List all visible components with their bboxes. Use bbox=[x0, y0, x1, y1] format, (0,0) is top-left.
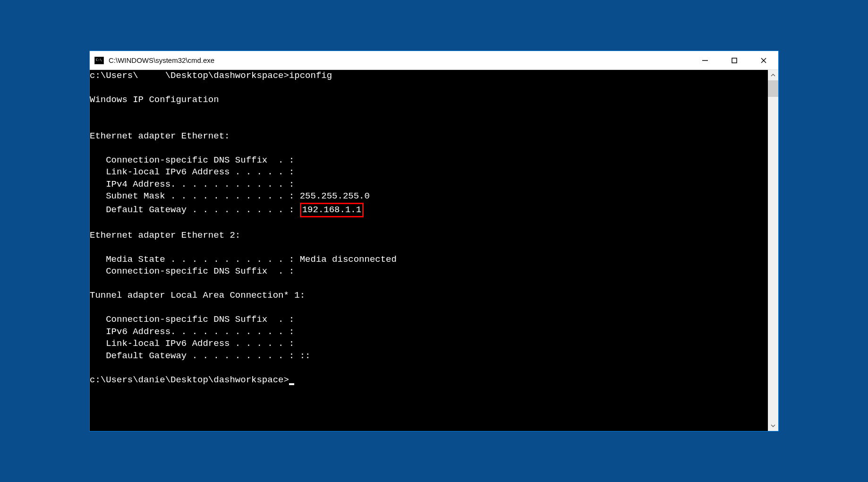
adapter2-media-state: Media State . . . . . . . . . . . : Medi… bbox=[90, 254, 397, 265]
minimize-icon bbox=[702, 57, 708, 64]
prompt-path-2: c:\Users\danie\Desktop\dashworkspace> bbox=[90, 375, 289, 385]
svg-rect-1 bbox=[732, 58, 737, 63]
terminal-output[interactable]: c:\Users\ \Desktop\dashworkspace>ipconfi… bbox=[90, 70, 768, 431]
scroll-up-button[interactable] bbox=[768, 70, 778, 80]
titlebar[interactable]: C:\ C:\WINDOWS\system32\cmd.exe bbox=[90, 51, 778, 70]
adapter1-ipv4: IPv4 Address. . . . . . . . . . . : bbox=[90, 179, 294, 189]
adapter3-ipv6-link: Link-local IPv6 Address . . . . . : bbox=[90, 338, 294, 349]
cmd-window: C:\ C:\WINDOWS\system32\cmd.exe c:\Users… bbox=[89, 51, 779, 431]
adapter1-subnet-label: Subnet Mask . . . . . . . . . . . : bbox=[90, 191, 300, 201]
gateway-highlight: 192.168.1.1 bbox=[300, 203, 364, 218]
close-icon bbox=[760, 57, 767, 64]
adapter1-dns-suffix: Connection-specific DNS Suffix . : bbox=[90, 155, 294, 165]
scroll-thumb[interactable] bbox=[768, 80, 778, 97]
chevron-down-icon bbox=[771, 423, 775, 428]
adapter1-subnet-value: 255.255.255.0 bbox=[300, 191, 370, 201]
prompt-command-1: ipconfig bbox=[289, 70, 332, 81]
scroll-down-button[interactable] bbox=[768, 421, 778, 431]
window-controls bbox=[690, 51, 778, 69]
adapter1-gateway-label: Default Gateway . . . . . . . . . : bbox=[90, 205, 300, 215]
maximize-icon bbox=[731, 57, 738, 64]
cmd-icon-text: C:\ bbox=[96, 59, 102, 62]
prompt-path-1: c:\Users\ \Desktop\dashworkspace> bbox=[90, 70, 289, 81]
adapter3-title: Tunnel adapter Local Area Connection* 1: bbox=[90, 290, 305, 301]
adapter1-title: Ethernet adapter Ethernet: bbox=[90, 131, 230, 141]
window-title: C:\WINDOWS\system32\cmd.exe bbox=[109, 56, 690, 64]
scroll-track[interactable] bbox=[768, 80, 778, 421]
minimize-button[interactable] bbox=[690, 51, 720, 69]
adapter2-title: Ethernet adapter Ethernet 2: bbox=[90, 230, 240, 241]
adapter1-ipv6-link: Link-local IPv6 Address . . . . . : bbox=[90, 167, 294, 177]
adapter1-gateway-value: 192.168.1.1 bbox=[302, 205, 361, 215]
terminal-container: c:\Users\ \Desktop\dashworkspace>ipconfi… bbox=[90, 70, 778, 431]
cmd-icon: C:\ bbox=[94, 57, 104, 64]
adapter3-gateway: Default Gateway . . . . . . . . . : :: bbox=[90, 351, 310, 361]
maximize-button[interactable] bbox=[720, 51, 749, 69]
ipconfig-header: Windows IP Configuration bbox=[90, 95, 219, 105]
cursor bbox=[289, 383, 294, 385]
chevron-up-icon bbox=[771, 73, 775, 77]
adapter3-ipv6: IPv6 Address. . . . . . . . . . . : bbox=[90, 327, 294, 337]
scrollbar[interactable] bbox=[768, 70, 778, 431]
close-button[interactable] bbox=[749, 51, 778, 69]
adapter3-dns-suffix: Connection-specific DNS Suffix . : bbox=[90, 314, 294, 325]
adapter2-dns-suffix: Connection-specific DNS Suffix . : bbox=[90, 266, 294, 276]
